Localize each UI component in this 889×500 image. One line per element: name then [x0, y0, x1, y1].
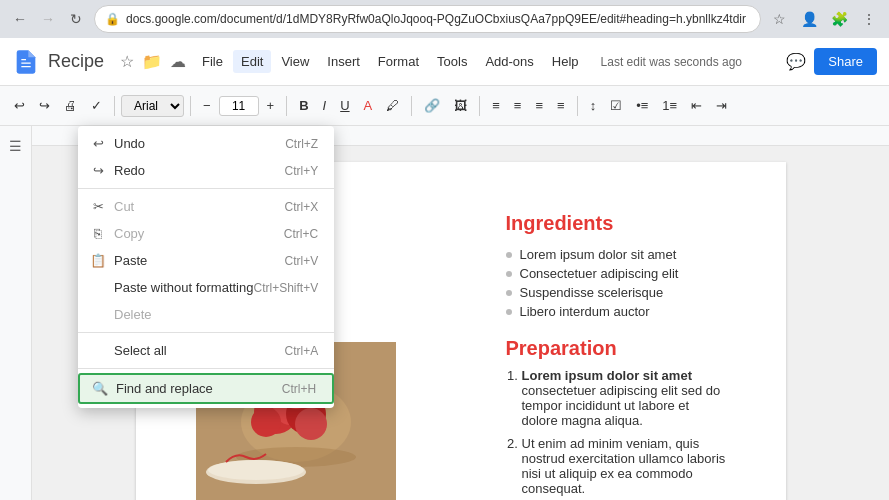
menu-item-delete[interactable]: Delete [78, 301, 334, 328]
menu-item-find-replace[interactable]: 🔍 Find and replace Ctrl+H [78, 373, 334, 404]
edit-dropdown-menu: ↩ Undo Ctrl+Z ↪ Redo Ctrl+Y ✂ Cut Ctrl+X… [78, 126, 334, 408]
menu-item-undo[interactable]: ↩ Undo Ctrl+Z [78, 130, 334, 157]
find-replace-label: Find and replace [116, 381, 213, 396]
menu-item-redo[interactable]: ↪ Redo Ctrl+Y [78, 157, 334, 184]
undo-icon: ↩ [90, 136, 106, 151]
paste-label: Paste [114, 253, 147, 268]
cut-label: Cut [114, 199, 134, 214]
undo-shortcut: Ctrl+Z [285, 137, 318, 151]
menu-item-paste-no-format[interactable]: Paste without formatting Ctrl+Shift+V [78, 274, 334, 301]
find-replace-icon: 🔍 [92, 381, 108, 396]
select-all-shortcut: Ctrl+A [284, 344, 318, 358]
redo-icon: ↪ [90, 163, 106, 178]
menu-item-paste[interactable]: 📋 Paste Ctrl+V [78, 247, 334, 274]
redo-label: Redo [114, 163, 145, 178]
menu-item-select-all[interactable]: Select all Ctrl+A [78, 337, 334, 364]
paste-no-format-shortcut: Ctrl+Shift+V [253, 281, 318, 295]
select-all-label: Select all [114, 343, 167, 358]
menu-item-cut[interactable]: ✂ Cut Ctrl+X [78, 193, 334, 220]
find-replace-shortcut: Ctrl+H [282, 382, 316, 396]
menu-divider-2 [78, 332, 334, 333]
redo-shortcut: Ctrl+Y [284, 164, 318, 178]
copy-shortcut: Ctrl+C [284, 227, 318, 241]
copy-icon: ⎘ [90, 226, 106, 241]
cut-shortcut: Ctrl+X [284, 200, 318, 214]
paste-no-format-label: Paste without formatting [114, 280, 253, 295]
menu-divider-1 [78, 188, 334, 189]
delete-label: Delete [114, 307, 152, 322]
cut-icon: ✂ [90, 199, 106, 214]
undo-label: Undo [114, 136, 145, 151]
copy-label: Copy [114, 226, 144, 241]
menu-divider-3 [78, 368, 334, 369]
paste-icon: 📋 [90, 253, 106, 268]
paste-shortcut: Ctrl+V [284, 254, 318, 268]
menu-item-copy[interactable]: ⎘ Copy Ctrl+C [78, 220, 334, 247]
